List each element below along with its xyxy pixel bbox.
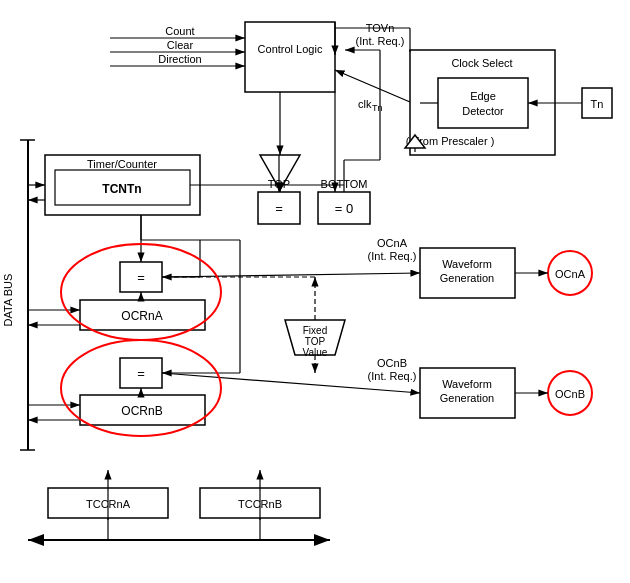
clock-select-label: Clock Select: [451, 57, 512, 69]
ocnb-circle-label: OCnB: [555, 388, 585, 400]
control-logic-box: [245, 22, 335, 92]
diagram-container: Control Logic Count Clear Direction Time…: [0, 0, 630, 583]
timer-counter-label: Timer/Counter: [87, 158, 157, 170]
ocrna-label: OCRnA: [121, 309, 162, 323]
ocnb-intreq-label: (Int. Req.): [368, 370, 417, 382]
edge-detector-label2: Detector: [462, 105, 504, 117]
edge-detector-label1: Edge: [470, 90, 496, 102]
eq-zero-label: = 0: [335, 201, 353, 216]
ocna-int-label: OCnA: [377, 237, 408, 249]
tcntn-label: TCNTn: [102, 182, 141, 196]
waveform-b-label2: Generation: [440, 392, 494, 404]
eq-top-label: =: [275, 201, 283, 216]
eq-b-label: =: [137, 366, 145, 381]
ocna-intreq-label: (Int. Req.): [368, 250, 417, 262]
control-logic-label: Control Logic: [258, 43, 323, 55]
tovn-intreq-label: (Int. Req.): [356, 35, 405, 47]
waveform-b-label1: Waveform: [442, 378, 492, 390]
clktn-sub: Tn: [372, 103, 383, 113]
edge-detector-box: [438, 78, 528, 128]
fixed-top-label1: Fixed: [303, 325, 327, 336]
waveform-a-label1: Waveform: [442, 258, 492, 270]
svg-line-37: [335, 70, 410, 102]
direction-label: Direction: [158, 53, 201, 65]
data-bus-label: DATA BUS: [2, 274, 14, 327]
ocrnb-label: OCRnB: [121, 404, 162, 418]
fixed-top-label2: TOP: [305, 336, 326, 347]
eq-a-label: =: [137, 270, 145, 285]
clear-label: Clear: [167, 39, 194, 51]
ocnb-int-label: OCnB: [377, 357, 407, 369]
clktn-label: clk: [358, 98, 372, 110]
ocna-circle-label: OCnA: [555, 268, 586, 280]
tn-label: Tn: [591, 98, 604, 110]
waveform-a-label2: Generation: [440, 272, 494, 284]
count-label: Count: [165, 25, 194, 37]
